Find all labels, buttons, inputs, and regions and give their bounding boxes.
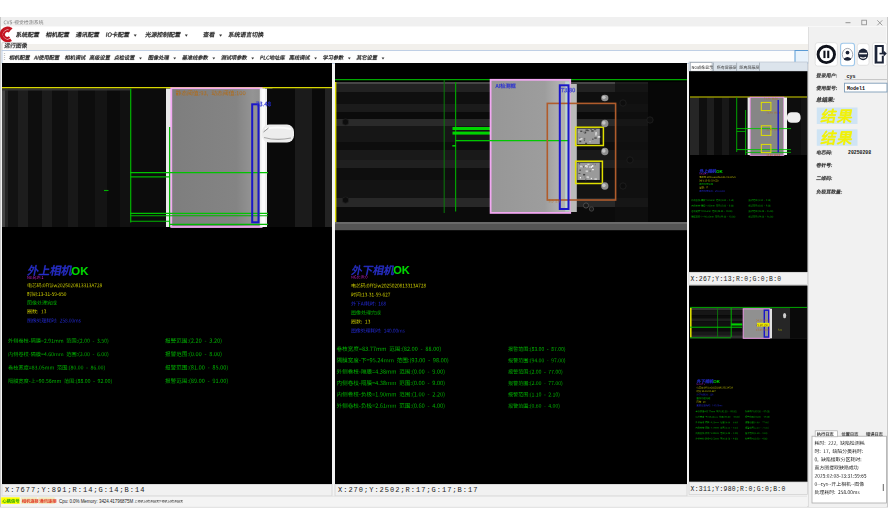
svg-text:OK: OK — [716, 169, 723, 174]
svg-text:OK: OK — [713, 379, 720, 384]
svg-text:X:7677;Y:891;R:14;G:14;B:14: X:7677;Y:891;R:14;G:14;B:14 — [5, 486, 145, 494]
svg-text:20250208: 20250208 — [848, 150, 871, 155]
svg-text:Cpu: 0.0% Memory: 3424.4179687: Cpu: 0.0% Memory: 3424.41796875M — [59, 499, 133, 504]
svg-text:cys: cys — [847, 74, 856, 80]
svg-text:OK: OK — [393, 264, 410, 276]
svg-text:X:267;Y:13;R:0;G:0;B:0: X:267;Y:13;R:0;G:0;B:0 — [691, 276, 782, 283]
svg-text:Model1: Model1 — [847, 86, 865, 92]
svg-text:X:311;Y:980;R:0;G:0;B:0: X:311;Y:980;R:0;G:0;B:0 — [691, 486, 786, 493]
svg-text:X:270;Y:2502;R:17;G:17;B:17: X:270;Y:2502;R:17;G:17;B:17 — [338, 486, 478, 494]
svg-text:OK: OK — [71, 265, 89, 277]
